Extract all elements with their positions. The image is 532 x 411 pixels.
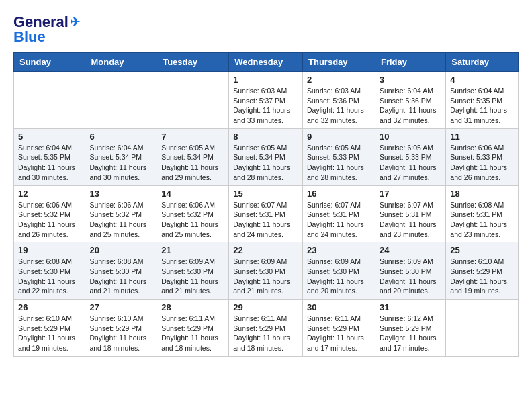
day-number: 15 — [233, 189, 298, 199]
day-info: Sunrise: 6:06 AM Sunset: 5:32 PM Dayligh… — [18, 200, 81, 240]
day-number: 8 — [233, 132, 298, 142]
calendar-cell: 24Sunrise: 6:09 AM Sunset: 5:30 PM Dayli… — [375, 242, 445, 300]
day-number: 22 — [233, 245, 298, 255]
calendar-week-row: 12Sunrise: 6:06 AM Sunset: 5:32 PM Dayli… — [14, 185, 519, 242]
calendar-cell: 15Sunrise: 6:07 AM Sunset: 5:31 PM Dayli… — [229, 185, 303, 242]
day-number: 4 — [450, 75, 514, 85]
calendar-week-row: 19Sunrise: 6:08 AM Sunset: 5:30 PM Dayli… — [14, 242, 519, 300]
day-info: Sunrise: 6:04 AM Sunset: 5:35 PM Dayligh… — [18, 143, 81, 183]
day-number: 30 — [307, 302, 371, 312]
day-number: 29 — [233, 302, 298, 312]
day-info: Sunrise: 6:05 AM Sunset: 5:33 PM Dayligh… — [380, 143, 441, 183]
day-info: Sunrise: 6:09 AM Sunset: 5:30 PM Dayligh… — [233, 257, 298, 296]
calendar-cell: 27Sunrise: 6:10 AM Sunset: 5:29 PM Dayli… — [85, 300, 157, 357]
day-info: Sunrise: 6:08 AM Sunset: 5:30 PM Dayligh… — [89, 257, 152, 296]
calendar-cell: 13Sunrise: 6:06 AM Sunset: 5:32 PM Dayli… — [85, 185, 157, 242]
logo-bird-icon: ✈ — [70, 15, 80, 30]
day-number: 20 — [89, 245, 152, 255]
calendar-cell: 21Sunrise: 6:09 AM Sunset: 5:30 PM Dayli… — [157, 242, 229, 300]
calendar-cell: 26Sunrise: 6:10 AM Sunset: 5:29 PM Dayli… — [14, 300, 85, 357]
calendar-cell: 18Sunrise: 6:08 AM Sunset: 5:31 PM Dayli… — [446, 185, 519, 242]
calendar-cell: 14Sunrise: 6:06 AM Sunset: 5:32 PM Dayli… — [157, 185, 229, 242]
calendar-cell: 22Sunrise: 6:09 AM Sunset: 5:30 PM Dayli… — [229, 242, 303, 300]
header: General ✈ Blue — [13, 13, 519, 46]
day-number: 6 — [89, 132, 152, 142]
calendar-cell: 2Sunrise: 6:03 AM Sunset: 5:36 PM Daylig… — [303, 72, 375, 129]
day-number: 19 — [18, 245, 81, 255]
logo: General ✈ Blue — [13, 13, 80, 46]
day-number: 5 — [18, 132, 81, 142]
day-number: 12 — [18, 189, 81, 199]
calendar-body: 1Sunrise: 6:03 AM Sunset: 5:37 PM Daylig… — [14, 72, 519, 357]
day-info: Sunrise: 6:11 AM Sunset: 5:29 PM Dayligh… — [233, 314, 298, 353]
calendar-cell: 7Sunrise: 6:05 AM Sunset: 5:34 PM Daylig… — [157, 128, 229, 185]
day-info: Sunrise: 6:09 AM Sunset: 5:30 PM Dayligh… — [307, 257, 371, 296]
day-info: Sunrise: 6:03 AM Sunset: 5:36 PM Dayligh… — [307, 86, 371, 126]
calendar-cell: 12Sunrise: 6:06 AM Sunset: 5:32 PM Dayli… — [14, 185, 85, 242]
day-number: 2 — [307, 75, 371, 85]
calendar-cell: 25Sunrise: 6:10 AM Sunset: 5:29 PM Dayli… — [446, 242, 519, 300]
day-number: 16 — [307, 189, 371, 199]
calendar-header-thursday: Thursday — [303, 53, 375, 72]
calendar-cell — [14, 72, 85, 129]
calendar-week-row: 5Sunrise: 6:04 AM Sunset: 5:35 PM Daylig… — [14, 128, 519, 185]
day-number: 21 — [161, 245, 224, 255]
calendar-cell: 1Sunrise: 6:03 AM Sunset: 5:37 PM Daylig… — [229, 72, 303, 129]
day-number: 27 — [89, 302, 152, 312]
calendar-cell: 19Sunrise: 6:08 AM Sunset: 5:30 PM Dayli… — [14, 242, 85, 300]
day-number: 10 — [380, 132, 441, 142]
calendar-cell — [85, 72, 157, 129]
day-number: 9 — [307, 132, 371, 142]
calendar-header-monday: Monday — [85, 53, 157, 72]
day-info: Sunrise: 6:04 AM Sunset: 5:36 PM Dayligh… — [380, 86, 441, 126]
calendar-header-saturday: Saturday — [446, 53, 519, 72]
calendar-cell: 8Sunrise: 6:05 AM Sunset: 5:34 PM Daylig… — [229, 128, 303, 185]
calendar-cell: 11Sunrise: 6:06 AM Sunset: 5:33 PM Dayli… — [446, 128, 519, 185]
day-number: 24 — [380, 245, 441, 255]
day-info: Sunrise: 6:06 AM Sunset: 5:33 PM Dayligh… — [450, 143, 514, 183]
day-info: Sunrise: 6:10 AM Sunset: 5:29 PM Dayligh… — [89, 314, 152, 353]
day-number: 1 — [233, 75, 298, 85]
logo-blue: Blue — [13, 28, 46, 46]
calendar-cell: 5Sunrise: 6:04 AM Sunset: 5:35 PM Daylig… — [14, 128, 85, 185]
day-info: Sunrise: 6:10 AM Sunset: 5:29 PM Dayligh… — [450, 257, 514, 296]
day-info: Sunrise: 6:11 AM Sunset: 5:29 PM Dayligh… — [161, 314, 224, 353]
day-number: 11 — [450, 132, 514, 142]
calendar-cell: 29Sunrise: 6:11 AM Sunset: 5:29 PM Dayli… — [229, 300, 303, 357]
day-info: Sunrise: 6:09 AM Sunset: 5:30 PM Dayligh… — [161, 257, 224, 296]
calendar-header-sunday: Sunday — [14, 53, 85, 72]
day-info: Sunrise: 6:09 AM Sunset: 5:30 PM Dayligh… — [380, 257, 441, 296]
day-number: 14 — [161, 189, 224, 199]
day-info: Sunrise: 6:03 AM Sunset: 5:37 PM Dayligh… — [233, 86, 298, 126]
day-info: Sunrise: 6:05 AM Sunset: 5:34 PM Dayligh… — [233, 143, 298, 183]
calendar-header-tuesday: Tuesday — [157, 53, 229, 72]
day-number: 28 — [161, 302, 224, 312]
day-number: 7 — [161, 132, 224, 142]
calendar-cell: 28Sunrise: 6:11 AM Sunset: 5:29 PM Dayli… — [157, 300, 229, 357]
day-info: Sunrise: 6:06 AM Sunset: 5:32 PM Dayligh… — [89, 200, 152, 240]
day-info: Sunrise: 6:08 AM Sunset: 5:30 PM Dayligh… — [18, 257, 81, 296]
calendar-header-friday: Friday — [375, 53, 445, 72]
day-number: 26 — [18, 302, 81, 312]
calendar: SundayMondayTuesdayWednesdayThursdayFrid… — [13, 52, 519, 357]
calendar-cell: 3Sunrise: 6:04 AM Sunset: 5:36 PM Daylig… — [375, 72, 445, 129]
day-info: Sunrise: 6:04 AM Sunset: 5:34 PM Dayligh… — [89, 143, 152, 183]
day-info: Sunrise: 6:12 AM Sunset: 5:29 PM Dayligh… — [380, 314, 441, 353]
calendar-week-row: 1Sunrise: 6:03 AM Sunset: 5:37 PM Daylig… — [14, 72, 519, 129]
calendar-cell: 31Sunrise: 6:12 AM Sunset: 5:29 PM Dayli… — [375, 300, 445, 357]
calendar-cell: 4Sunrise: 6:04 AM Sunset: 5:35 PM Daylig… — [446, 72, 519, 129]
day-info: Sunrise: 6:08 AM Sunset: 5:31 PM Dayligh… — [450, 200, 514, 240]
day-number: 13 — [89, 189, 152, 199]
day-info: Sunrise: 6:05 AM Sunset: 5:33 PM Dayligh… — [307, 143, 371, 183]
calendar-cell: 23Sunrise: 6:09 AM Sunset: 5:30 PM Dayli… — [303, 242, 375, 300]
day-number: 31 — [380, 302, 441, 312]
calendar-week-row: 26Sunrise: 6:10 AM Sunset: 5:29 PM Dayli… — [14, 300, 519, 357]
day-number: 18 — [450, 189, 514, 199]
calendar-header-row: SundayMondayTuesdayWednesdayThursdayFrid… — [14, 53, 519, 72]
day-info: Sunrise: 6:11 AM Sunset: 5:29 PM Dayligh… — [307, 314, 371, 353]
calendar-cell: 20Sunrise: 6:08 AM Sunset: 5:30 PM Dayli… — [85, 242, 157, 300]
day-info: Sunrise: 6:10 AM Sunset: 5:29 PM Dayligh… — [18, 314, 81, 353]
day-number: 3 — [380, 75, 441, 85]
calendar-cell — [446, 300, 519, 357]
day-info: Sunrise: 6:07 AM Sunset: 5:31 PM Dayligh… — [307, 200, 371, 240]
